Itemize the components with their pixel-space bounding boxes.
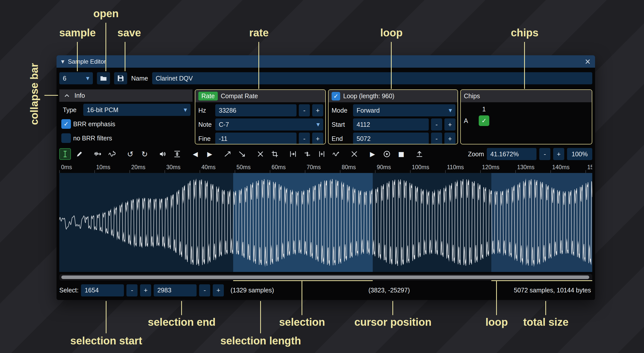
push-back-button[interactable] <box>302 148 313 160</box>
loop-enable-checkbox[interactable]: ✓ <box>332 92 340 100</box>
scrollbar-thumb[interactable] <box>61 275 589 279</box>
fine-plus-button[interactable]: + <box>312 133 323 144</box>
filter-button[interactable] <box>330 148 342 160</box>
ruler-label: 0ms <box>61 164 72 171</box>
type-dropdown[interactable]: 16-bit PCM ▼ <box>83 104 191 116</box>
zoom-label: Zoom <box>468 150 484 158</box>
ruler-label: 30ms <box>166 164 180 171</box>
fine-minus-button[interactable]: - <box>299 133 310 144</box>
zoom-out-button[interactable]: - <box>539 148 550 160</box>
resize-button[interactable] <box>92 148 103 160</box>
zoom-input[interactable]: 41.1672% <box>487 148 536 160</box>
create-wavetable-button[interactable] <box>414 148 425 160</box>
reverse-button[interactable]: ◀ <box>190 148 201 160</box>
silence-button[interactable] <box>348 148 360 160</box>
check-icon: ✓ <box>64 121 69 127</box>
close-icon[interactable]: × <box>585 57 591 66</box>
hz-label: Hz <box>197 107 213 114</box>
loop-end-label: End <box>331 135 351 142</box>
name-input[interactable]: Clarinet DQV <box>152 72 592 84</box>
type-value: 16-bit PCM <box>87 106 118 114</box>
amplify-button[interactable] <box>157 148 169 160</box>
time-ruler[interactable]: 0ms10ms20ms30ms40ms50ms60ms70ms80ms90ms1… <box>59 162 592 173</box>
rate-section: Rate Compat Rate Hz 33286 - + Note C-7 <box>195 89 326 144</box>
selection-end-input[interactable]: 2983 <box>154 284 197 296</box>
selection-start-plus-button[interactable]: + <box>140 284 151 296</box>
window-collapse-triangle-icon[interactable]: ▼ <box>61 59 64 64</box>
stop-icon: ■ <box>398 150 405 158</box>
loop-mode-dropdown[interactable]: Forward ▼ <box>353 104 455 116</box>
fade-in-button[interactable] <box>222 148 234 160</box>
preview-button[interactable]: ▶ <box>367 148 378 160</box>
loop-end-plus-button[interactable]: + <box>444 133 455 144</box>
speaker-icon <box>159 150 167 158</box>
loop-body: Mode Forward ▼ Start 4112 - + End <box>329 102 458 144</box>
resample-button[interactable] <box>106 148 118 160</box>
annotation-selection-length: selection length <box>220 335 301 347</box>
fine-input[interactable]: -11 <box>215 133 297 144</box>
cursor-position-text: (3823, -25297) <box>368 287 410 294</box>
redo-button[interactable]: ↻ <box>139 148 150 160</box>
insert-silence-button[interactable] <box>287 148 299 160</box>
preview-selection-button[interactable] <box>381 148 393 160</box>
collapse-bar-button[interactable] <box>62 91 71 100</box>
zoom-in-button[interactable]: + <box>553 148 564 160</box>
check-icon: ✓ <box>481 118 487 124</box>
chevron-down-icon: ▼ <box>316 122 320 127</box>
hz-minus-button[interactable]: - <box>299 104 310 116</box>
normalize-button[interactable] <box>171 148 183 160</box>
chips-section: Chips 1 A ✓ <box>460 89 592 144</box>
annotation-line-selection-start <box>106 301 106 333</box>
open-button[interactable] <box>97 72 110 84</box>
ruler-tick <box>340 170 340 173</box>
select-tool-button[interactable] <box>59 148 71 160</box>
selection-end-minus-button[interactable]: - <box>199 284 210 296</box>
ibeam-cursor-icon <box>61 150 69 158</box>
info-section: Info Type 16-bit PCM ▼ ✓ BRR emphasis <box>59 89 193 144</box>
annotation-selection: selection <box>279 316 325 328</box>
chips-header-label: Chips <box>464 92 480 100</box>
ruler-tick <box>59 170 60 173</box>
loop-end-minus-button[interactable]: - <box>431 133 442 144</box>
hz-plus-button[interactable]: + <box>312 104 323 116</box>
annotation-rate: rate <box>249 27 269 39</box>
titlebar[interactable]: ▼ Sample Editor × <box>57 55 595 68</box>
loop-start-input[interactable]: 4112 <box>353 118 429 131</box>
annotation-line-selection-end <box>181 301 182 315</box>
zoom-cluster: Zoom 41.1672% - + 100% <box>468 148 592 160</box>
fade-out-button[interactable] <box>236 148 248 160</box>
invert-button[interactable]: ▶ <box>204 148 216 160</box>
no-brr-filters-checkbox[interactable] <box>61 133 71 143</box>
annotation-line-total-size <box>545 301 546 315</box>
save-button[interactable] <box>114 72 127 84</box>
ruler-label: 120ms <box>482 164 499 171</box>
brr-emphasis-label: BRR emphasis <box>73 120 115 128</box>
annotation-selection-start: selection start <box>70 335 142 347</box>
note-dropdown[interactable]: C-7 ▼ <box>215 118 323 131</box>
selection-end-plus-button[interactable]: + <box>213 284 224 296</box>
loop-end-input[interactable]: 5072 <box>353 133 429 144</box>
undo-button[interactable]: ↺ <box>124 148 136 160</box>
undo-icon: ↺ <box>127 150 133 159</box>
stop-preview-button[interactable]: ■ <box>395 148 407 160</box>
hz-input[interactable]: 33286 <box>215 104 297 116</box>
play-circle-icon <box>383 150 391 158</box>
selection-start-value: 1654 <box>85 287 99 294</box>
waveform-display[interactable] <box>59 173 592 272</box>
sample-selector-dropdown[interactable]: 6 ▼ <box>59 72 93 84</box>
horizontal-scrollbar[interactable] <box>59 274 592 281</box>
fade-in-icon <box>224 150 232 158</box>
trim-button[interactable] <box>269 148 281 160</box>
selection-start-input[interactable]: 1654 <box>81 284 124 296</box>
crop-icon <box>271 150 279 158</box>
loop-start-minus-button[interactable]: - <box>431 118 442 131</box>
insert-point-button[interactable] <box>316 148 328 160</box>
brr-emphasis-checkbox[interactable]: ✓ <box>61 119 71 129</box>
draw-tool-button[interactable] <box>74 148 85 160</box>
zoom-reset-button[interactable]: 100% <box>567 148 592 160</box>
loop-start-plus-button[interactable]: + <box>444 118 455 131</box>
selection-start-minus-button[interactable]: - <box>126 284 138 296</box>
chip-enable-checkbox[interactable]: ✓ <box>479 115 489 126</box>
info-collapse-bar[interactable]: Info <box>59 89 193 102</box>
delete-button[interactable] <box>255 148 266 160</box>
